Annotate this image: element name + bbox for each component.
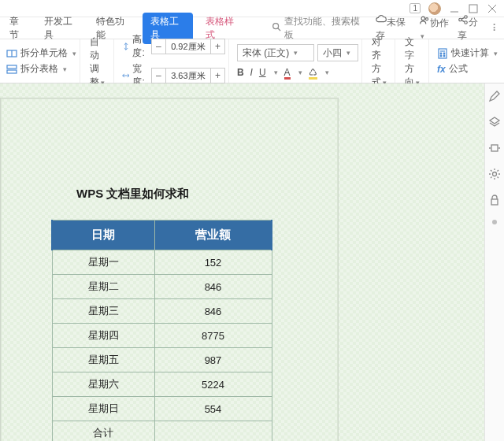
underline-button[interactable]: U xyxy=(259,67,266,78)
table-row: 星期四8775 xyxy=(52,324,272,348)
row-height-icon xyxy=(122,41,130,52)
height-increase[interactable]: + xyxy=(210,39,224,54)
svg-line-11 xyxy=(462,17,465,19)
font-name-combo[interactable]: 宋体 (正文)▾ xyxy=(237,44,314,61)
search-icon xyxy=(272,22,281,34)
svg-rect-16 xyxy=(7,70,17,73)
search-box[interactable]: 查找功能、搜索模板 xyxy=(272,15,361,42)
search-placeholder: 查找功能、搜索模板 xyxy=(284,15,361,42)
svg-rect-30 xyxy=(439,49,447,58)
italic-button[interactable]: I xyxy=(250,67,253,78)
height-decrease[interactable]: – xyxy=(152,39,166,54)
svg-point-35 xyxy=(443,55,445,57)
share-button[interactable]: 分享 xyxy=(458,14,484,43)
align-button[interactable]: 对齐方式▾ xyxy=(367,39,396,83)
width-increase[interactable]: + xyxy=(210,69,224,83)
svg-point-7 xyxy=(425,18,428,20)
user-avatar[interactable] xyxy=(428,2,441,15)
table-row: 星期二846 xyxy=(52,275,272,299)
svg-point-32 xyxy=(440,53,442,54)
width-stepper[interactable]: – + xyxy=(151,68,225,83)
svg-marker-36 xyxy=(490,117,499,124)
width-decrease[interactable]: – xyxy=(152,69,166,83)
table-row: 星期六5224 xyxy=(52,372,272,397)
page: WPS 文档里如何求和 日期 营业额 星期一152 星期二846 星期三846 … xyxy=(0,98,339,441)
table-row: 星期一152 xyxy=(52,250,272,275)
dimension-group: 高度: – + 宽度: – + xyxy=(119,39,229,83)
split-group: 拆分单元格▾ 拆分表格▾ xyxy=(3,39,80,83)
width-input[interactable] xyxy=(166,69,210,83)
quick-calc-button[interactable]: 快速计算▾ xyxy=(437,46,498,60)
svg-point-8 xyxy=(459,18,462,21)
svg-line-5 xyxy=(277,28,280,31)
document-title: WPS 文档里如何求和 xyxy=(76,187,189,202)
panel-dot-icon[interactable] xyxy=(492,220,497,224)
split-table-button[interactable]: 拆分表格▾ xyxy=(6,62,76,76)
close-button[interactable] xyxy=(487,3,498,14)
more-icon[interactable]: ⠇ xyxy=(492,23,499,34)
font-size-combo[interactable]: 小四▾ xyxy=(317,44,358,61)
svg-point-10 xyxy=(465,20,468,24)
table-row: 星期五987 xyxy=(52,348,272,372)
chevron-down-icon: ▾ xyxy=(346,49,350,57)
svg-point-9 xyxy=(465,15,468,18)
chevron-down-icon: ▾ xyxy=(294,49,298,57)
maximize-button[interactable] xyxy=(468,3,479,14)
table-header-day[interactable]: 日期 xyxy=(52,220,154,250)
data-table[interactable]: 日期 营业额 星期一152 星期二846 星期三846 星期四8775 星期五9… xyxy=(51,220,272,441)
svg-rect-15 xyxy=(7,65,17,69)
svg-point-34 xyxy=(440,55,442,57)
svg-line-12 xyxy=(462,20,465,21)
height-input[interactable] xyxy=(166,39,210,54)
minimize-button[interactable] xyxy=(449,3,460,14)
ribbon-toolbar: 拆分单元格▾ 拆分表格▾ 自动调整▾ 高度: – + 宽度: – + xyxy=(0,39,504,83)
split-cell-button[interactable]: 拆分单元格▾ xyxy=(6,46,76,60)
panel-lock-icon[interactable] xyxy=(488,194,501,209)
col-width-icon xyxy=(122,70,130,81)
highlight-button[interactable]: ♺ xyxy=(309,67,317,78)
notification-badge[interactable]: 1 xyxy=(410,3,421,13)
height-label: 高度: xyxy=(132,33,147,60)
svg-point-33 xyxy=(443,53,445,54)
svg-point-6 xyxy=(421,17,424,20)
svg-rect-1 xyxy=(469,5,477,13)
font-color-button[interactable]: A xyxy=(284,67,291,78)
autofit-button[interactable]: 自动调整▾ xyxy=(85,39,114,83)
svg-point-4 xyxy=(272,24,278,29)
panel-layers-icon[interactable] xyxy=(488,116,501,131)
svg-rect-41 xyxy=(491,199,498,205)
titlebar-right-cluster: 未保存 协作▾ 分享 ⠇ xyxy=(376,14,499,43)
side-toolbar xyxy=(484,83,504,441)
menu-bar: 章节 开发工具 特色功能 表格工具 表格样式 查找功能、搜索模板 未保存 协作▾… xyxy=(0,17,504,39)
table-row: 星期三846 xyxy=(52,299,272,324)
table-row: 合计 xyxy=(52,421,272,442)
svg-point-40 xyxy=(493,172,497,176)
formula-button[interactable]: fxfx 公式公式 xyxy=(437,62,498,76)
panel-carousel-icon[interactable] xyxy=(488,142,501,157)
text-direction-button[interactable]: IIA 文字方向▾ xyxy=(400,39,429,83)
panel-pencil-icon[interactable] xyxy=(488,90,501,105)
table-row: 星期日554 xyxy=(52,397,272,421)
table-header-amount[interactable]: 营业额 xyxy=(154,220,272,250)
panel-settings-icon[interactable] xyxy=(488,168,501,183)
document-canvas[interactable]: WPS 文档里如何求和 日期 营业额 星期一152 星期二846 星期三846 … xyxy=(0,83,504,441)
svg-rect-37 xyxy=(491,145,498,151)
height-stepper[interactable]: – + xyxy=(151,39,225,54)
bold-button[interactable]: B xyxy=(237,67,244,78)
